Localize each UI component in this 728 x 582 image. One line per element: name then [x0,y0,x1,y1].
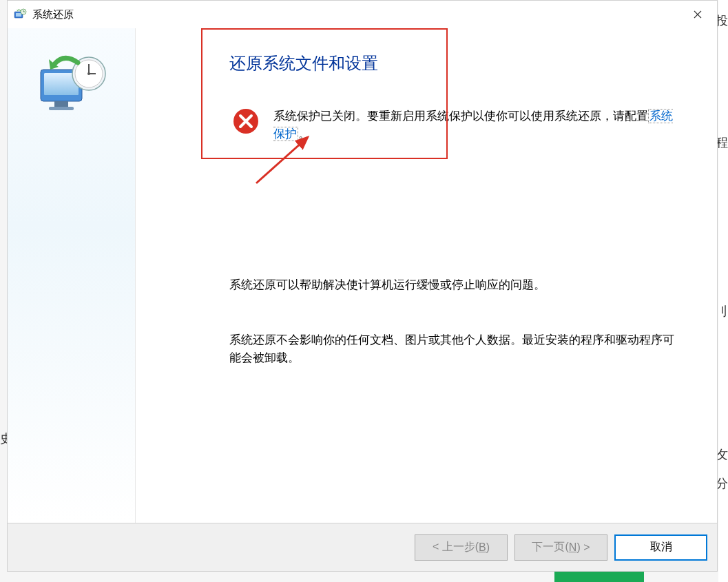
svg-marker-3 [17,10,18,12]
back-button-suffix: ) [486,541,490,554]
wizard-footer: < 上一步(B) 下一页(N) > 取消 [8,523,717,571]
svg-rect-1 [16,13,21,17]
window-title: 系统还原 [32,8,684,21]
cancel-button[interactable]: 取消 [614,534,707,561]
system-restore-icon [35,49,111,127]
app-icon [13,8,27,21]
svg-rect-8 [49,107,74,110]
next-button-letter: N [569,541,577,554]
close-button[interactable] [684,4,711,25]
background-strip [718,0,728,582]
next-button: 下一页(N) > [514,534,607,561]
description-paragraph-2: 系统还原不会影响你的任何文档、图片或其他个人数据。最近安装的程序和驱动程序可能会… [229,331,676,366]
back-button-prefix: < 上一步( [433,540,479,554]
wizard-content: 还原系统文件和设置 系统保护已关闭。要重新启用系统保护以使你可以使用系统还原，请… [136,28,717,523]
wizard-sidebar [8,28,136,523]
svg-rect-7 [54,101,68,107]
svg-line-17 [256,137,308,183]
error-text-before: 系统保护已关闭。要重新启用系统保护以使你可以使用系统还原，请配置 [273,110,648,123]
back-button: < 上一步(B) [415,534,508,561]
system-restore-dialog: 系统还原 [7,0,718,572]
dialog-body: 还原系统文件和设置 系统保护已关闭。要重新启用系统保护以使你可以使用系统还原，请… [8,28,717,523]
error-text-after: 。 [298,127,310,141]
description-paragraph-1: 系统还原可以帮助解决使计算机运行缓慢或停止响应的问题。 [229,276,676,294]
error-icon [232,107,260,135]
next-button-prefix: 下一页( [532,540,568,554]
page-heading: 还原系统文件和设置 [229,52,378,74]
titlebar: 系统还原 [8,1,717,28]
svg-point-13 [87,72,90,75]
error-text: 系统保护已关闭。要重新启用系统保护以使你可以使用系统还原，请配置系统保护。 [273,107,676,143]
next-button-suffix: ) > [576,541,590,554]
error-message-row: 系统保护已关闭。要重新启用系统保护以使你可以使用系统还原，请配置系统保护。 [232,107,676,143]
back-button-letter: B [479,541,486,554]
background-green-button-fragment [554,572,644,582]
